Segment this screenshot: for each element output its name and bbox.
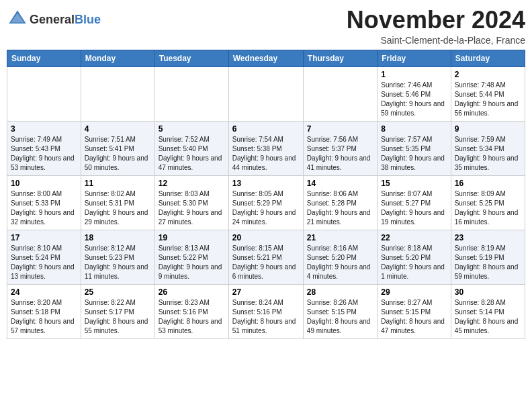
day-number: 19 [159, 233, 225, 242]
day-number: 21 [307, 233, 373, 242]
calendar-cell [81, 66, 154, 121]
calendar-cell: 27Sunrise: 8:24 AM Sunset: 5:16 PM Dayli… [228, 284, 303, 338]
calendar-cell: 18Sunrise: 8:12 AM Sunset: 5:23 PM Dayli… [81, 230, 154, 284]
header-sunday: Sunday [7, 50, 81, 66]
calendar-cell: 7Sunrise: 7:56 AM Sunset: 5:37 PM Daylig… [303, 121, 377, 175]
day-number: 13 [232, 179, 300, 188]
day-number: 29 [381, 287, 447, 297]
header-monday: Monday [81, 50, 154, 66]
calendar-cell: 29Sunrise: 8:27 AM Sunset: 5:15 PM Dayli… [378, 284, 451, 338]
calendar-cell: 13Sunrise: 8:05 AM Sunset: 5:29 PM Dayli… [228, 175, 303, 230]
day-detail: Sunrise: 8:00 AM Sunset: 5:33 PM Dayligh… [11, 189, 77, 227]
header-thursday: Thursday [303, 50, 377, 66]
calendar-cell: 12Sunrise: 8:03 AM Sunset: 5:30 PM Dayli… [154, 175, 228, 230]
day-number: 5 [159, 124, 225, 134]
day-detail: Sunrise: 8:15 AM Sunset: 5:21 PM Dayligh… [232, 244, 300, 281]
calendar-cell: 21Sunrise: 8:16 AM Sunset: 5:20 PM Dayli… [303, 230, 377, 284]
calendar-cell [154, 66, 228, 121]
day-detail: Sunrise: 7:48 AM Sunset: 5:44 PM Dayligh… [455, 81, 521, 118]
day-detail: Sunrise: 8:06 AM Sunset: 5:28 PM Dayligh… [307, 189, 373, 227]
day-detail: Sunrise: 8:23 AM Sunset: 5:16 PM Dayligh… [159, 298, 225, 336]
calendar-cell [303, 66, 377, 121]
day-number: 18 [85, 233, 151, 242]
day-detail: Sunrise: 7:59 AM Sunset: 5:34 PM Dayligh… [455, 135, 521, 173]
logo-icon [8, 9, 27, 28]
day-detail: Sunrise: 8:07 AM Sunset: 5:27 PM Dayligh… [381, 189, 447, 227]
calendar-cell: 4Sunrise: 7:51 AM Sunset: 5:41 PM Daylig… [81, 121, 154, 175]
day-number: 20 [232, 233, 300, 242]
day-detail: Sunrise: 8:22 AM Sunset: 5:17 PM Dayligh… [85, 298, 151, 336]
day-detail: Sunrise: 8:09 AM Sunset: 5:25 PM Dayligh… [455, 189, 521, 227]
day-detail: Sunrise: 8:16 AM Sunset: 5:20 PM Dayligh… [307, 244, 373, 281]
day-number: 8 [381, 124, 447, 134]
header-saturday: Saturday [451, 50, 525, 66]
calendar-cell: 24Sunrise: 8:20 AM Sunset: 5:18 PM Dayli… [7, 284, 81, 338]
day-number: 4 [85, 124, 151, 134]
logo: GeneralBlue [7, 9, 101, 31]
day-number: 23 [455, 233, 521, 242]
day-number: 17 [11, 233, 77, 242]
day-number: 6 [232, 124, 300, 134]
header-tuesday: Tuesday [154, 50, 228, 66]
day-number: 28 [307, 287, 373, 297]
calendar-cell [228, 66, 303, 121]
calendar-cell: 9Sunrise: 7:59 AM Sunset: 5:34 PM Daylig… [451, 121, 525, 175]
day-number: 22 [381, 233, 447, 242]
day-number: 10 [11, 179, 77, 188]
calendar-cell: 22Sunrise: 8:18 AM Sunset: 5:20 PM Dayli… [378, 230, 451, 284]
calendar-cell: 10Sunrise: 8:00 AM Sunset: 5:33 PM Dayli… [7, 175, 81, 230]
calendar-cell: 25Sunrise: 8:22 AM Sunset: 5:17 PM Dayli… [81, 284, 154, 338]
calendar-week-row: 3Sunrise: 7:49 AM Sunset: 5:43 PM Daylig… [7, 121, 525, 175]
page-header: GeneralBlue November 2024 Saint-Clement-… [7, 7, 525, 46]
calendar-cell: 15Sunrise: 8:07 AM Sunset: 5:27 PM Dayli… [378, 175, 451, 230]
day-detail: Sunrise: 8:05 AM Sunset: 5:29 PM Dayligh… [232, 189, 300, 227]
day-number: 3 [11, 124, 77, 134]
calendar-cell: 5Sunrise: 7:52 AM Sunset: 5:40 PM Daylig… [154, 121, 228, 175]
day-detail: Sunrise: 8:10 AM Sunset: 5:24 PM Dayligh… [11, 244, 77, 281]
day-detail: Sunrise: 7:54 AM Sunset: 5:38 PM Dayligh… [232, 135, 300, 173]
day-detail: Sunrise: 7:57 AM Sunset: 5:35 PM Dayligh… [381, 135, 447, 173]
logo-blue-text: Blue [75, 13, 101, 26]
calendar-cell: 6Sunrise: 7:54 AM Sunset: 5:38 PM Daylig… [228, 121, 303, 175]
day-detail: Sunrise: 7:51 AM Sunset: 5:41 PM Dayligh… [85, 135, 151, 173]
calendar-week-row: 24Sunrise: 8:20 AM Sunset: 5:18 PM Dayli… [7, 284, 525, 338]
header-wednesday: Wednesday [228, 50, 303, 66]
calendar-cell: 20Sunrise: 8:15 AM Sunset: 5:21 PM Dayli… [228, 230, 303, 284]
calendar-cell: 19Sunrise: 8:13 AM Sunset: 5:22 PM Dayli… [154, 230, 228, 284]
day-detail: Sunrise: 8:18 AM Sunset: 5:20 PM Dayligh… [381, 244, 447, 281]
calendar-cell: 3Sunrise: 7:49 AM Sunset: 5:43 PM Daylig… [7, 121, 81, 175]
day-detail: Sunrise: 7:46 AM Sunset: 5:46 PM Dayligh… [381, 81, 447, 118]
day-detail: Sunrise: 8:19 AM Sunset: 5:19 PM Dayligh… [455, 244, 521, 281]
day-detail: Sunrise: 8:20 AM Sunset: 5:18 PM Dayligh… [11, 298, 77, 336]
location: Saint-Clement-de-la-Place, France [347, 35, 525, 46]
day-number: 7 [307, 124, 373, 134]
day-number: 25 [85, 287, 151, 297]
calendar-cell: 23Sunrise: 8:19 AM Sunset: 5:19 PM Dayli… [451, 230, 525, 284]
day-number: 9 [455, 124, 521, 134]
calendar-cell: 11Sunrise: 8:02 AM Sunset: 5:31 PM Dayli… [81, 175, 154, 230]
title-section: November 2024 Saint-Clement-de-la-Place,… [347, 7, 525, 46]
day-detail: Sunrise: 8:27 AM Sunset: 5:15 PM Dayligh… [381, 298, 447, 336]
day-number: 16 [455, 179, 521, 188]
day-detail: Sunrise: 8:28 AM Sunset: 5:14 PM Dayligh… [455, 298, 521, 336]
day-number: 26 [159, 287, 225, 297]
calendar-cell: 17Sunrise: 8:10 AM Sunset: 5:24 PM Dayli… [7, 230, 81, 284]
calendar-cell: 28Sunrise: 8:26 AM Sunset: 5:15 PM Dayli… [303, 284, 377, 338]
day-number: 30 [455, 287, 521, 297]
header-friday: Friday [378, 50, 451, 66]
calendar-week-row: 10Sunrise: 8:00 AM Sunset: 5:33 PM Dayli… [7, 175, 525, 230]
day-detail: Sunrise: 8:24 AM Sunset: 5:16 PM Dayligh… [232, 298, 300, 336]
month-title: November 2024 [347, 7, 525, 34]
day-number: 14 [307, 179, 373, 188]
day-number: 1 [381, 70, 447, 79]
calendar-cell: 1Sunrise: 7:46 AM Sunset: 5:46 PM Daylig… [378, 66, 451, 121]
calendar-cell: 8Sunrise: 7:57 AM Sunset: 5:35 PM Daylig… [378, 121, 451, 175]
calendar-week-row: 17Sunrise: 8:10 AM Sunset: 5:24 PM Dayli… [7, 230, 525, 284]
logo-general-text: General [30, 13, 75, 26]
day-detail: Sunrise: 7:52 AM Sunset: 5:40 PM Dayligh… [159, 135, 225, 173]
day-detail: Sunrise: 8:03 AM Sunset: 5:30 PM Dayligh… [159, 189, 225, 227]
day-number: 12 [159, 179, 225, 188]
calendar-cell [7, 66, 81, 121]
day-number: 24 [11, 287, 77, 297]
calendar-cell: 26Sunrise: 8:23 AM Sunset: 5:16 PM Dayli… [154, 284, 228, 338]
